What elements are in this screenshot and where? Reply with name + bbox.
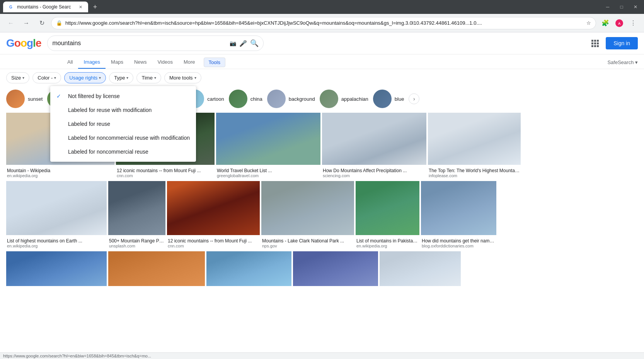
- address-bar[interactable]: 🔒 https://www.google.com/search?hl=en&tb…: [51, 17, 596, 29]
- img-source: infoplease.com: [429, 173, 520, 178]
- image-item-r3-5[interactable]: [380, 251, 461, 286]
- tab-all[interactable]: All: [62, 56, 78, 69]
- svg-rect-9: [597, 42, 599, 44]
- back-button[interactable]: ←: [5, 17, 17, 29]
- filter-time[interactable]: Time ▾: [136, 72, 161, 83]
- browser-titlebar: G mountains - Google Searc ✕ + ─ □ ✕: [0, 0, 644, 14]
- logo-l: l: [33, 37, 36, 49]
- dropdown-menu: ✓ Not filtered by license Labeled for re…: [50, 86, 196, 162]
- restore-button[interactable]: □: [616, 2, 627, 12]
- toolbar-icons: 🧩 A ⋮: [599, 17, 639, 29]
- dropdown-item-noncommercial[interactable]: Labeled for noncommercial reuse: [50, 145, 196, 159]
- profile-icon[interactable]: A: [613, 17, 625, 29]
- color-arrow-icon: ▾: [54, 76, 56, 80]
- image-item-names[interactable]: How did mountains get their names ... bl…: [421, 181, 496, 250]
- tab-title: mountains - Google Searc: [17, 4, 71, 10]
- tab-images[interactable]: Images: [78, 56, 106, 69]
- image-item-r3-3[interactable]: [206, 251, 291, 286]
- tab-more[interactable]: More: [178, 56, 201, 69]
- chip-label-cartoon: cartoon: [207, 96, 224, 102]
- image-item-r3-4[interactable]: [293, 251, 378, 286]
- image-row-2: List of highest mountains on Earth ... e…: [6, 181, 638, 250]
- reload-button[interactable]: ↻: [36, 17, 48, 29]
- window-controls: ─ □ ✕: [602, 2, 641, 12]
- filter-more-tools[interactable]: More tools ▾: [164, 72, 201, 83]
- tab-videos[interactable]: Videos: [152, 56, 178, 69]
- img-caption: World Travel Bucket List ...: [217, 168, 320, 173]
- forward-button[interactable]: →: [20, 17, 32, 29]
- chip-label-sunset: sunset: [28, 96, 43, 102]
- close-button[interactable]: ✕: [630, 2, 641, 12]
- dropdown-item-labeled-reuse-mod[interactable]: Labeled for reuse with modification: [50, 103, 196, 117]
- voice-icon[interactable]: 🎤: [239, 40, 247, 47]
- dropdown-item-label: Not filtered by license: [68, 93, 120, 99]
- filter-color[interactable]: Color - ▾: [32, 72, 61, 83]
- browser-tab[interactable]: G mountains - Google Searc ✕: [3, 2, 88, 12]
- apps-button[interactable]: [589, 37, 601, 49]
- search-input[interactable]: [52, 40, 227, 47]
- menu-icon[interactable]: ⋮: [627, 17, 639, 29]
- image-item-top-ten[interactable]: The Top Ten: The World's Highest Mountai…: [428, 113, 521, 180]
- image-item-highest[interactable]: List of highest mountains on Earth ... e…: [6, 181, 107, 250]
- image-item-precipitation[interactable]: How Do Mountains Affect Precipitation ..…: [322, 113, 426, 180]
- img-source: greenglobaltravel.com: [217, 173, 320, 178]
- suggestion-chip-appalachian[interactable]: appalachian: [320, 90, 368, 108]
- chip-label-background: background: [289, 96, 315, 102]
- image-item-world-travel[interactable]: World Travel Bucket List ... greenglobal…: [216, 113, 320, 180]
- sign-in-button[interactable]: Sign in: [606, 37, 638, 49]
- dropdown-item-label: Labeled for noncommercial reuse with mod…: [68, 135, 190, 141]
- image-item-clark[interactable]: Mountains - Lake Clark National Park ...…: [261, 181, 354, 250]
- img-caption: List of mountains in Pakistan - ...: [356, 238, 419, 244]
- img-source: cnn.com: [168, 244, 259, 248]
- search-box[interactable]: 📷 🎤 🔍: [47, 36, 264, 51]
- tab-close-button[interactable]: ✕: [77, 4, 83, 10]
- image-row-3: [6, 251, 638, 286]
- dropdown-item-noncommercial-mod[interactable]: Labeled for noncommercial reuse with mod…: [50, 131, 196, 145]
- tab-maps[interactable]: Maps: [106, 56, 129, 69]
- url-text: https://www.google.com/search?hl=en&tbm=…: [65, 20, 583, 26]
- tools-button[interactable]: Tools: [204, 58, 225, 67]
- dropdown-item-label: Labeled for noncommercial reuse: [68, 149, 148, 155]
- suggestions-next-button[interactable]: ›: [409, 93, 419, 104]
- search-submit-icon[interactable]: 🔍: [250, 39, 259, 47]
- filter-size[interactable]: Size ▾: [6, 72, 29, 83]
- suggestion-chip-background[interactable]: background: [267, 90, 315, 108]
- safe-search[interactable]: SafeSearch ▾: [607, 59, 644, 65]
- header-right: Sign in: [589, 37, 638, 49]
- img-caption: The Top Ten: The World's Highest Mountai…: [429, 168, 520, 173]
- logo-e: e: [36, 37, 41, 49]
- image-item-r3-2[interactable]: [108, 251, 205, 286]
- dropdown-item-label: Labeled for reuse: [68, 121, 110, 127]
- minimize-button[interactable]: ─: [602, 2, 613, 12]
- filter-color-label: Color -: [37, 75, 53, 81]
- extensions-icon[interactable]: 🧩: [599, 17, 612, 29]
- image-item-12iconic2[interactable]: 12 iconic mountains -- from Mount Fuji .…: [167, 181, 260, 250]
- logo-g: G: [6, 37, 14, 49]
- filter-type[interactable]: Type ▾: [109, 72, 133, 83]
- tab-news[interactable]: News: [129, 56, 152, 69]
- logo-g2: g: [27, 37, 33, 49]
- dropdown-item-not-filtered[interactable]: ✓ Not filtered by license: [50, 89, 196, 103]
- dropdown-item-labeled-reuse[interactable]: Labeled for reuse: [50, 117, 196, 131]
- browser-frame: G mountains - Google Searc ✕ + ─ □ ✕ ← →…: [0, 0, 644, 359]
- img-source: en.wikipedia.org: [7, 173, 114, 178]
- svg-rect-8: [594, 42, 596, 44]
- image-item-r3-1[interactable]: [6, 251, 107, 286]
- suggestion-chip-sunset[interactable]: sunset: [6, 90, 43, 108]
- chip-label-blue: blue: [395, 96, 404, 102]
- suggestion-chip-blue[interactable]: blue: [373, 90, 404, 108]
- browser-toolbar: ← → ↻ 🔒 https://www.google.com/search?hl…: [0, 14, 644, 32]
- new-tab-button[interactable]: +: [90, 2, 101, 12]
- star-icon[interactable]: ☆: [586, 20, 591, 26]
- image-item-pakistan[interactable]: List of mountains in Pakistan - ... en.w…: [356, 181, 419, 250]
- image-item-500range[interactable]: 500+ Mountain Range Pict... unsplash.com: [108, 181, 165, 250]
- size-arrow-icon: ▾: [22, 76, 24, 80]
- filter-usage-rights[interactable]: Usage rights ▾: [64, 72, 106, 83]
- svg-rect-6: [597, 40, 599, 42]
- suggestion-chip-china[interactable]: china: [229, 90, 262, 108]
- camera-icon[interactable]: 📷: [230, 40, 236, 46]
- time-arrow-icon: ▾: [154, 76, 156, 80]
- filter-type-label: Type: [114, 75, 125, 81]
- usage-rights-dropdown: ✓ Not filtered by license Labeled for re…: [50, 86, 196, 162]
- type-arrow-icon: ▾: [126, 76, 128, 80]
